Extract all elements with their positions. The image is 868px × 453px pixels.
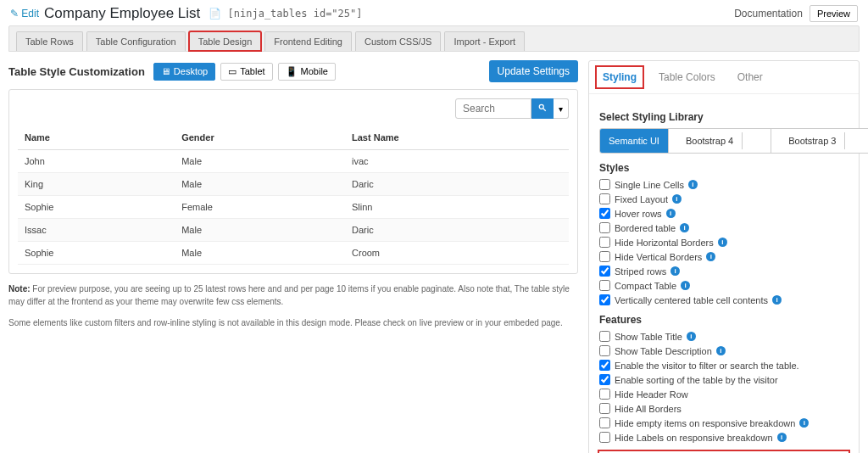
info-icon: i: [666, 209, 676, 218]
note-text-2: Some elements like custom filters and ro…: [8, 316, 578, 329]
col-gender[interactable]: Gender: [175, 126, 345, 150]
table-row: SophieMaleCroom: [18, 242, 569, 265]
style-option-label: Single Line Cells: [615, 180, 684, 190]
style-option-row[interactable]: Single Line Cellsi: [599, 179, 849, 190]
style-option-checkbox[interactable]: [599, 193, 610, 204]
feature-option-checkbox[interactable]: [599, 360, 610, 371]
info-icon: i: [688, 180, 698, 189]
tab-table-design[interactable]: Table Design: [189, 31, 262, 51]
tab-custom-css-js[interactable]: Custom CSS/JS: [355, 31, 441, 51]
feature-option-row[interactable]: Show Table Descriptioni: [599, 345, 849, 356]
search-input[interactable]: [455, 98, 531, 119]
data-table: Name Gender Last Name JohnMaleivacKingMa…: [18, 126, 569, 265]
svg-point-0: [539, 104, 543, 109]
style-option-row[interactable]: Fixed Layouti: [599, 193, 849, 204]
info-icon: i: [772, 295, 782, 305]
style-option-label: Fixed Layout: [615, 194, 668, 204]
info-icon: i: [848, 137, 865, 146]
tab-import-export[interactable]: Import - Export: [444, 31, 525, 51]
side-tab-other[interactable]: Other: [732, 68, 768, 87]
style-option-label: Compact Table: [615, 281, 676, 291]
info-icon: i: [680, 223, 689, 232]
note-text: Note: For preview purpose, you are seein…: [8, 282, 578, 308]
table-cell: Male: [175, 150, 345, 173]
search-icon: [538, 103, 547, 112]
feature-option-checkbox[interactable]: [599, 403, 610, 414]
style-option-checkbox[interactable]: [599, 222, 610, 233]
page-title: Company Employee List: [44, 5, 200, 22]
style-option-checkbox[interactable]: [599, 294, 610, 305]
lib-bootstrap3[interactable]: Bootstrap 3 i: [771, 129, 868, 153]
style-option-checkbox[interactable]: [599, 179, 610, 190]
preview-button[interactable]: Preview: [810, 5, 858, 22]
table-cell: Sophie: [18, 196, 175, 219]
feature-option-label: Hide empty items on responsive breakdown: [615, 418, 795, 428]
style-option-checkbox[interactable]: [599, 208, 610, 219]
tab-table-rows[interactable]: Table Rows: [16, 31, 83, 51]
info-icon: i: [716, 346, 726, 355]
info-icon: i: [706, 252, 715, 261]
style-option-row[interactable]: Hide Vertical Bordersi: [599, 251, 849, 262]
info-icon: i: [777, 433, 787, 442]
style-option-label: Hover rows: [615, 209, 662, 219]
style-option-checkbox[interactable]: [599, 280, 610, 291]
table-cell: Issac: [18, 219, 175, 242]
search-dropdown[interactable]: ▾: [554, 98, 569, 119]
style-option-row[interactable]: Hover rowsi: [599, 208, 849, 219]
side-tab-colors[interactable]: Table Colors: [654, 68, 721, 87]
lib-semantic-ui[interactable]: Semantic UI: [600, 129, 669, 153]
feature-option-row[interactable]: Hide Header Row: [599, 389, 849, 400]
feature-option-label: Hide Header Row: [615, 389, 688, 400]
style-option-checkbox[interactable]: [599, 251, 610, 262]
feature-option-row[interactable]: Enable the visitor to filter or search t…: [599, 360, 849, 371]
edit-link[interactable]: ✎ Edit: [10, 8, 39, 20]
documentation-link[interactable]: Documentation: [734, 8, 803, 20]
col-lastname[interactable]: Last Name: [345, 126, 569, 150]
table-row: SophieFemaleSlinn: [18, 196, 569, 219]
table-cell: Croom: [345, 242, 569, 265]
table-cell: Slinn: [345, 196, 569, 219]
info-icon: i: [681, 281, 690, 290]
style-option-row[interactable]: Bordered tablei: [599, 222, 849, 233]
style-option-row[interactable]: Hide Horizontal Bordersi: [599, 237, 849, 248]
feature-option-label: Show Table Description: [615, 346, 712, 356]
feature-option-row[interactable]: Hide Labels on responsive breakdowni: [599, 432, 849, 443]
table-cell: Male: [175, 219, 345, 242]
style-option-checkbox[interactable]: [599, 266, 610, 277]
select-library-label: Select Styling Library: [599, 111, 849, 123]
table-cell: King: [18, 173, 175, 196]
side-tab-styling[interactable]: Styling: [598, 68, 642, 87]
device-desktop[interactable]: 🖥 Desktop: [153, 63, 215, 81]
feature-option-row[interactable]: Enable sorting of the table by the visit…: [599, 374, 849, 385]
feature-option-checkbox[interactable]: [599, 345, 610, 356]
feature-option-checkbox[interactable]: [599, 432, 610, 443]
col-name[interactable]: Name: [18, 126, 175, 150]
table-row: JohnMaleivac: [18, 150, 569, 173]
info-icon: i: [745, 137, 762, 146]
feature-option-row[interactable]: Show Table Titlei: [599, 331, 849, 342]
style-option-checkbox[interactable]: [599, 237, 610, 248]
update-settings-button[interactable]: Update Settings: [489, 60, 578, 82]
style-option-row[interactable]: Compact Tablei: [599, 280, 849, 291]
style-option-row[interactable]: Vertically centered table cell contentsi: [599, 294, 849, 305]
device-mobile[interactable]: 📱 Mobile: [278, 63, 336, 81]
tab-table-configuration[interactable]: Table Configuration: [86, 31, 186, 51]
device-tablet[interactable]: ▭ Tablet: [220, 63, 272, 81]
tab-frontend-editing[interactable]: Frontend Editing: [264, 31, 352, 51]
lib-bootstrap4[interactable]: Bootstrap 4 i: [669, 129, 771, 153]
feature-option-row[interactable]: Hide empty items on responsive breakdown…: [599, 417, 849, 428]
info-icon: i: [672, 194, 682, 204]
feature-option-row[interactable]: Hide All Borders: [599, 403, 849, 414]
feature-option-checkbox[interactable]: [599, 374, 610, 385]
style-option-row[interactable]: Striped rowsi: [599, 266, 849, 277]
features-label: Features: [599, 314, 849, 326]
search-button[interactable]: [531, 98, 554, 119]
table-cell: Male: [175, 242, 345, 265]
feature-option-checkbox[interactable]: [599, 389, 610, 400]
table-cell: Male: [175, 173, 345, 196]
table-cell: ivac: [345, 150, 569, 173]
feature-option-checkbox[interactable]: [599, 417, 610, 428]
section-title: Table Style Customization: [8, 65, 145, 78]
style-option-label: Vertically centered table cell contents: [615, 295, 768, 305]
feature-option-checkbox[interactable]: [599, 331, 610, 342]
